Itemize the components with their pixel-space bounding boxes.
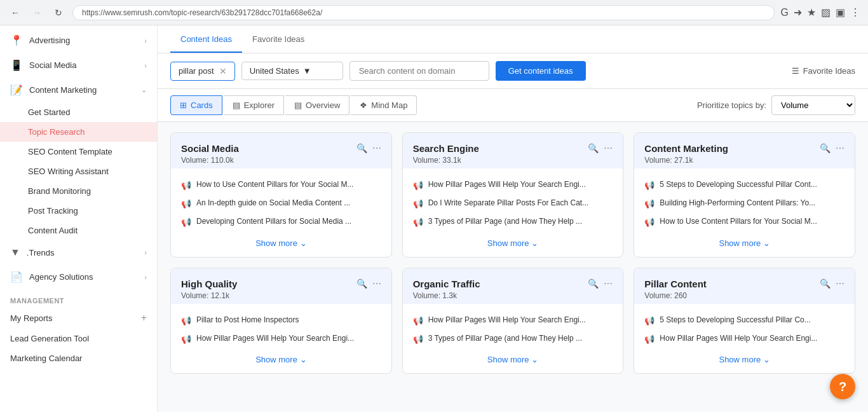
show-more-link[interactable]: Show more ⌄ <box>487 238 538 248</box>
card-article[interactable]: 📢 Developing Content Pillars for Social … <box>181 213 381 231</box>
favorite-ideas-link[interactable]: ☰ Favorite Ideas <box>792 66 855 76</box>
sidebar-item-topic-research[interactable]: Topic Research <box>0 122 157 142</box>
sidebar-item-trends[interactable]: ▼ .Trends › <box>0 240 157 264</box>
search-bar: pillar post ✕ United States ▼ Get conten… <box>158 53 868 89</box>
google-icon[interactable]: G <box>781 7 789 18</box>
view-tab-cards[interactable]: ⊞ Cards <box>170 95 222 115</box>
back-button[interactable]: ← <box>8 5 23 20</box>
card-article[interactable]: 📢 An In-depth guide on Social Media Cont… <box>181 195 381 213</box>
tab-favorite-ideas[interactable]: Favorite Ideas <box>242 25 315 53</box>
forward-button[interactable]: → <box>29 5 44 20</box>
help-button[interactable]: ? <box>830 374 855 399</box>
refresh-button[interactable]: ↻ <box>51 5 66 20</box>
card-article[interactable]: 📢 How Pillar Pages Will Help Your Search… <box>644 330 844 348</box>
overview-icon: ▤ <box>294 100 302 110</box>
sidebar-item-advertising[interactable]: 📍 Advertising › <box>0 28 157 53</box>
search-card-icon[interactable]: 🔍 <box>820 143 831 153</box>
more-card-icon[interactable]: ⋯ <box>836 143 844 153</box>
post-tracking-label: Post Tracking <box>28 206 78 216</box>
more-card-icon[interactable]: ⋯ <box>836 278 844 289</box>
card-title: Content Marketing <box>644 143 728 154</box>
view-tab-overview[interactable]: ▤ Overview <box>285 95 349 115</box>
more-card-icon[interactable]: ⋯ <box>604 278 613 289</box>
search-card-icon[interactable]: 🔍 <box>356 143 367 153</box>
view-tab-explorer[interactable]: ▤ Explorer <box>224 95 284 115</box>
article-icon: 📢 <box>644 198 654 210</box>
sidebar-item-brand-monitoring[interactable]: Brand Monitoring <box>0 181 157 201</box>
sidebar-item-my-reports[interactable]: My Reports + <box>0 307 157 329</box>
show-more-link[interactable]: Show more ⌄ <box>255 355 306 364</box>
more-card-icon[interactable]: ⋯ <box>372 278 381 289</box>
menu-icon[interactable]: ⋮ <box>850 6 860 18</box>
more-card-icon[interactable]: ⋯ <box>604 143 613 153</box>
sidebar-item-get-started[interactable]: Get Started <box>0 102 157 122</box>
my-reports-label: My Reports <box>10 313 52 323</box>
show-more-link[interactable]: Show more ⌄ <box>255 238 306 248</box>
sidebar-item-lead-generation[interactable]: Lead Generation Tool <box>0 329 157 348</box>
show-more-link[interactable]: Show more ⌄ <box>487 355 538 364</box>
show-more-link[interactable]: Show more ⌄ <box>719 238 770 248</box>
sidebar-item-post-tracking[interactable]: Post Tracking <box>0 201 157 221</box>
country-select[interactable]: United States ▼ <box>241 62 343 80</box>
more-card-icon[interactable]: ⋯ <box>372 143 381 153</box>
chevron-icon: › <box>144 273 147 281</box>
sidebar-item-seo-writing-assistant[interactable]: SEO Writing Assistant <box>0 161 157 181</box>
tab-icon[interactable]: ▣ <box>836 6 845 18</box>
article-text: 3 Types of Pillar Page (and How They Hel… <box>428 216 582 227</box>
prioritize-select[interactable]: Volume Difficulty Topic Efficiency <box>771 95 855 115</box>
sidebar-item-content-marketing[interactable]: 📝 Content Marketing ⌄ <box>0 78 157 102</box>
card-article[interactable]: 📢 5 Steps to Developing Successful Pilla… <box>644 312 844 330</box>
card-volume: Volume: 110.0k <box>181 156 239 165</box>
search-card-icon[interactable]: 🔍 <box>588 143 599 153</box>
seo-content-template-label: SEO Content Template <box>28 147 112 156</box>
address-bar[interactable]: https://www.semrush.com/topic-research/6… <box>72 5 775 20</box>
search-card-icon[interactable]: 🔍 <box>820 278 831 289</box>
card-volume: Volume: 12.1k <box>181 291 237 300</box>
sidebar-item-content-audit[interactable]: Content Audit <box>0 221 157 240</box>
card-article[interactable]: 📢 Pillar to Post Home Inspectors <box>181 312 381 330</box>
article-icon: 📢 <box>644 180 654 191</box>
card-article[interactable]: 📢 How Pillar Pages Will Help Your Search… <box>181 330 381 348</box>
card-article[interactable]: 📢 3 Types of Pillar Page (and How They H… <box>413 330 613 348</box>
agency-label: Agency Solutions <box>29 272 93 282</box>
card-article[interactable]: 📢 How Pillar Pages Will Help Your Search… <box>413 176 613 195</box>
card-article[interactable]: 📢 Do I Write Separate Pillar Posts For E… <box>413 195 613 213</box>
clear-keyword-icon[interactable]: ✕ <box>219 66 227 76</box>
star-icon[interactable]: ★ <box>807 6 816 18</box>
card-title: Organic Traffic <box>413 278 480 289</box>
card-header: High Quality Volume: 12.1k 🔍 ⋯ <box>171 268 391 304</box>
card-article[interactable]: 📢 How Pillar Pages Will Help Your Search… <box>413 312 613 330</box>
article-icon: 📢 <box>413 180 423 191</box>
search-card-icon[interactable]: 🔍 <box>588 278 599 289</box>
keyword-pill[interactable]: pillar post ✕ <box>170 62 235 81</box>
domain-search-input[interactable] <box>349 61 489 81</box>
article-text: An In-depth guide on Social Media Conten… <box>196 198 350 209</box>
article-text: Developing Content Pillars for Social Me… <box>196 216 351 227</box>
card-article[interactable]: 📢 How to Use Content Pillars for Your So… <box>644 213 844 231</box>
tab-content-ideas[interactable]: Content Ideas <box>170 25 242 53</box>
browser-chrome: ← → ↻ https://www.semrush.com/topic-rese… <box>0 0 868 25</box>
sidebar-item-seo-content-template[interactable]: SEO Content Template <box>0 142 157 161</box>
search-card-icon[interactable]: 🔍 <box>356 278 367 289</box>
extension-icon[interactable]: ▨ <box>821 6 831 18</box>
card-article[interactable]: 📢 How to Use Content Pillars for Your So… <box>181 176 381 195</box>
prioritize-section: Prioritize topics by: Volume Difficulty … <box>697 95 855 115</box>
plus-icon[interactable]: + <box>141 312 147 324</box>
chevron-down-icon: ⌄ <box>141 86 147 94</box>
explorer-icon: ▤ <box>233 100 240 110</box>
article-text: 5 Steps to Developing Successful Pillar … <box>660 179 817 190</box>
card-title: Pillar Content <box>644 278 707 289</box>
share-icon[interactable]: ➜ <box>794 6 802 18</box>
view-tab-mind-map[interactable]: ❖ Mind Map <box>351 95 417 115</box>
show-more-link[interactable]: Show more ⌄ <box>719 355 770 364</box>
get-ideas-button[interactable]: Get content ideas <box>496 61 586 81</box>
sidebar-item-social-media[interactable]: 📱 Social Media › <box>0 53 157 78</box>
card-article[interactable]: 📢 5 Steps to Developing Successful Pilla… <box>644 176 844 195</box>
sidebar-item-marketing-calendar[interactable]: Marketing Calendar <box>0 348 157 368</box>
card-article[interactable]: 📢 3 Types of Pillar Page (and How They H… <box>413 213 613 231</box>
article-text: Building High-Performing Content Pillars… <box>660 198 815 209</box>
list-icon: ☰ <box>792 66 799 76</box>
sidebar-item-agency-solutions[interactable]: 📄 Agency Solutions › <box>0 264 157 289</box>
card-article[interactable]: 📢 Building High-Performing Content Pilla… <box>644 195 844 213</box>
article-icon: 📢 <box>413 334 423 345</box>
